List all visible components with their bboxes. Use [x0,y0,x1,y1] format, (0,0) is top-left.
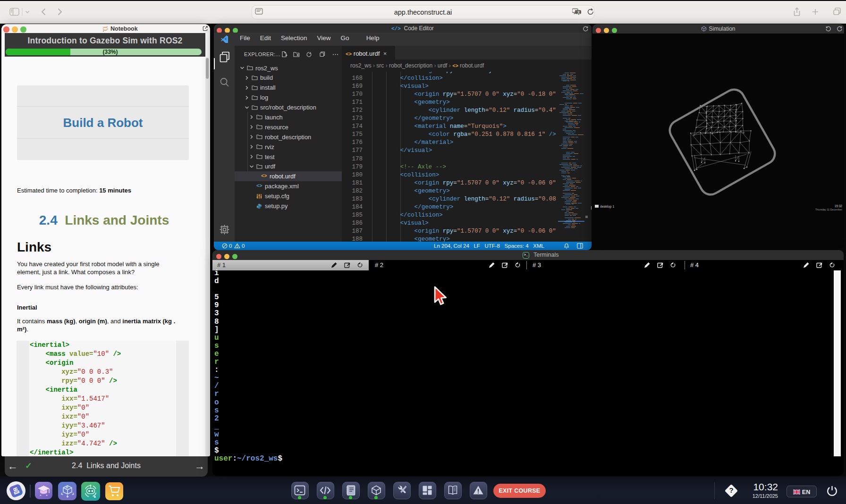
svg-text:R: R [66,486,68,489]
svg-text:文: 文 [577,10,580,14]
svg-text:A: A [575,9,577,13]
